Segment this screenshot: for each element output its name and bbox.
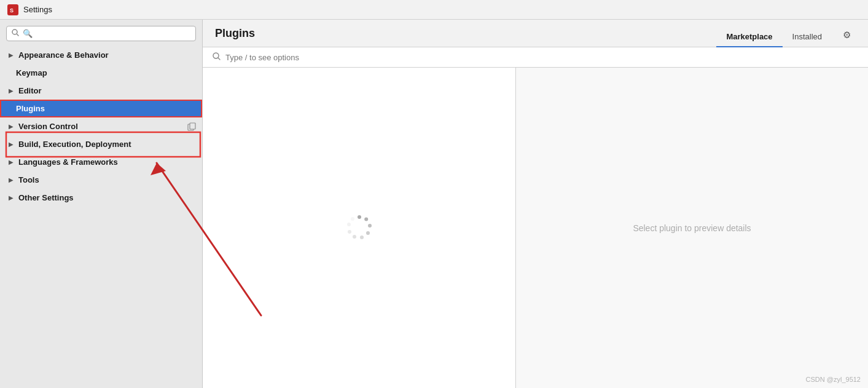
svg-line-3 (17, 34, 19, 36)
window-title: Settings (23, 5, 52, 14)
svg-point-2 (12, 30, 17, 34)
svg-text:S: S (10, 7, 14, 14)
svg-point-12 (360, 236, 364, 239)
loading-spinner (347, 215, 372, 241)
plugin-list-area: Select plugin to preview details (203, 68, 868, 388)
plugin-search-bar[interactable] (203, 47, 868, 68)
tabs-container: Marketplace Installed ⚙ (716, 26, 856, 47)
tab-marketplace[interactable]: Marketplace (716, 27, 782, 47)
sidebar-item-build[interactable]: ▶ Build, Execution, Deployment (0, 135, 202, 153)
sidebar-search-input[interactable] (23, 29, 190, 38)
sidebar-item-label: Version Control (18, 122, 78, 131)
svg-point-11 (366, 231, 370, 235)
chevron-right-icon: ▶ (9, 194, 14, 201)
chevron-right-icon: ▶ (9, 87, 14, 94)
app-icon: S (7, 4, 18, 15)
sidebar-item-label: Tools (18, 175, 39, 184)
title-bar: S Settings (0, 0, 868, 20)
plugin-search-input[interactable] (225, 53, 858, 62)
sidebar-item-languages[interactable]: ▶ Languages & Frameworks (0, 153, 202, 171)
plugin-detail: Select plugin to preview details (516, 68, 868, 388)
chevron-right-icon: ▶ (9, 123, 14, 130)
svg-point-16 (351, 217, 354, 221)
svg-rect-5 (190, 123, 195, 129)
tab-installed[interactable]: Installed (783, 27, 832, 47)
sidebar-item-editor[interactable]: ▶ Editor (0, 82, 202, 100)
svg-point-15 (347, 223, 351, 226)
svg-point-8 (358, 215, 361, 219)
panel-title: Plugins (215, 27, 255, 46)
sidebar-item-label: Keymap (16, 68, 47, 77)
search-icon (12, 29, 19, 38)
window-wrapper: S Settings (0, 0, 868, 388)
chevron-right-icon: ▶ (9, 52, 14, 58)
chevron-right-icon: ▶ (9, 141, 14, 148)
sidebar-item-label: Other Settings (18, 193, 74, 202)
sidebar-item-other[interactable]: ▶ Other Settings (0, 189, 202, 207)
sidebar: ▶ Appearance & Behavior Keymap ▶ Editor … (0, 20, 203, 388)
panel-header: Plugins Marketplace Installed ⚙ (203, 20, 868, 47)
svg-point-14 (348, 230, 351, 234)
sidebar-item-version-control[interactable]: ▶ Version Control (0, 117, 202, 135)
right-panel: Plugins Marketplace Installed ⚙ (203, 20, 868, 388)
chevron-right-icon: ▶ (9, 159, 14, 165)
copy-icon (187, 122, 196, 131)
sidebar-item-tools[interactable]: ▶ Tools (0, 171, 202, 189)
svg-point-13 (353, 235, 356, 239)
sidebar-search-box[interactable] (6, 26, 196, 41)
gear-button[interactable]: ⚙ (838, 26, 856, 47)
sidebar-item-label: Plugins (16, 104, 45, 113)
svg-point-10 (368, 224, 372, 228)
sidebar-item-label: Languages & Frameworks (18, 157, 118, 167)
chevron-right-icon: ▶ (9, 176, 14, 183)
sidebar-item-appearance[interactable]: ▶ Appearance & Behavior (0, 46, 202, 64)
plugin-search-icon (213, 52, 221, 62)
settings-window: S Settings (0, 0, 868, 388)
sidebar-item-label: Editor (18, 86, 42, 95)
watermark: CSDN @zyl_9512 (806, 376, 861, 383)
sidebar-item-plugins[interactable]: Plugins (0, 100, 202, 117)
sidebar-item-keymap[interactable]: Keymap (0, 64, 202, 82)
svg-line-7 (218, 58, 220, 60)
main-content: ▶ Appearance & Behavior Keymap ▶ Editor … (0, 20, 868, 388)
svg-point-9 (364, 218, 368, 221)
sidebar-item-label: Build, Execution, Deployment (18, 140, 131, 149)
plugin-list (203, 68, 516, 388)
sidebar-item-label: Appearance & Behavior (18, 50, 109, 60)
select-plugin-text: Select plugin to preview details (633, 223, 751, 233)
